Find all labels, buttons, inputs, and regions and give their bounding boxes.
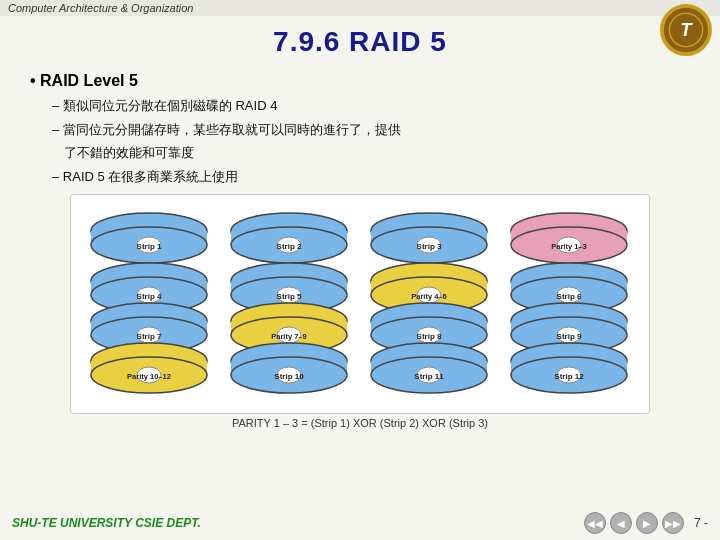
svg-text:Strip 3: Strip 3: [417, 242, 442, 251]
nav-btn-next[interactable]: ▶: [636, 512, 658, 534]
slide-title: 7.9.6 RAID 5: [30, 26, 690, 58]
raid-diagram: Strip 1 Strip 4 Strip 7: [70, 194, 650, 414]
disk-col4: Parity 1–3 Strip 6 Strip 9 Strip 12: [511, 213, 627, 393]
bullet-sub-1: 類似同位元分散在個別磁碟的 RAID 4: [52, 96, 690, 116]
svg-text:T: T: [680, 19, 693, 40]
header-title: Computer Architecture & Organization: [8, 2, 193, 14]
svg-text:Strip 2: Strip 2: [277, 242, 302, 251]
svg-text:Parity 7–9: Parity 7–9: [271, 332, 306, 341]
svg-text:Strip 5: Strip 5: [277, 292, 302, 301]
svg-text:Strip 8: Strip 8: [417, 332, 442, 341]
bullet-sub-2-cont: 了不錯的效能和可靠度: [64, 143, 690, 163]
bullet-main: RAID Level 5: [30, 72, 690, 90]
svg-text:Parity 10–12: Parity 10–12: [127, 372, 171, 381]
disk-col3: Strip 3 Parity 4–6 Strip 8 Strip 11: [371, 213, 487, 393]
svg-text:Strip 9: Strip 9: [557, 332, 582, 341]
svg-text:Strip 10: Strip 10: [274, 372, 304, 381]
svg-text:Strip 6: Strip 6: [557, 292, 582, 301]
svg-text:Strip 4: Strip 4: [137, 292, 162, 301]
page-number: 7 -: [694, 516, 708, 530]
bullet-sub-2: 當同位元分開儲存時，某些存取就可以同時的進行了，提供: [52, 120, 690, 140]
nav-btn-prev[interactable]: ◀: [610, 512, 632, 534]
svg-text:Strip 12: Strip 12: [554, 372, 584, 381]
footer-label: SHU-TE UNIVERSITY CSIE DEPT.: [12, 516, 201, 530]
svg-text:Parity 1–3: Parity 1–3: [551, 242, 586, 251]
nav-btn-last[interactable]: ▶▶: [662, 512, 684, 534]
header-bar: Computer Architecture & Organization: [0, 0, 720, 16]
bullet-sub-3: RAID 5 在很多商業系統上使用: [52, 167, 690, 187]
nav-btn-first[interactable]: ◀◀: [584, 512, 606, 534]
parity-caption: PARITY 1 – 3 = (Strip 1) XOR (Strip 2) X…: [232, 417, 488, 429]
logo: T: [660, 4, 712, 56]
svg-text:Strip 7: Strip 7: [137, 332, 162, 341]
svg-text:Strip 11: Strip 11: [414, 372, 444, 381]
disk-col2: Strip 2 Strip 5 Parity 7–9 Strip 10: [231, 213, 347, 393]
svg-text:Parity 4–6: Parity 4–6: [411, 292, 446, 301]
svg-text:Strip 1: Strip 1: [137, 242, 162, 251]
disk-col1: Strip 1 Strip 4 Strip 7: [91, 213, 207, 393]
